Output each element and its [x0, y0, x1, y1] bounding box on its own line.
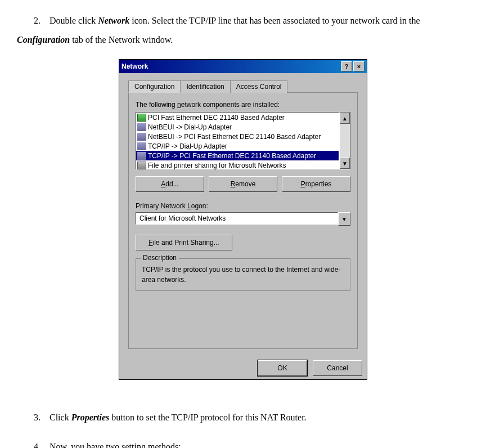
- text: tab of the Network window.: [70, 35, 173, 44]
- components-listbox[interactable]: PCI Fast Ethernet DEC 21140 Based Adapte…: [136, 112, 350, 169]
- protocol-icon: [137, 133, 146, 141]
- text: Primary Network: [136, 202, 187, 210]
- emph-network: Network: [98, 16, 129, 25]
- group-title: Description: [141, 254, 179, 262]
- mnemonic: P: [301, 180, 305, 188]
- step-text: Double click Network icon. Select the TC…: [17, 16, 420, 44]
- window-title: Network: [122, 62, 341, 70]
- description-group: Description TCP/IP is the protocol you u…: [136, 258, 350, 291]
- item-label: PCI Fast Ethernet DEC 21140 Based Adapte…: [148, 114, 285, 122]
- service-icon: [137, 162, 146, 169]
- tab-access-control[interactable]: Access Control: [230, 80, 288, 93]
- protocol-icon: [137, 152, 146, 160]
- mnemonic: R: [231, 180, 236, 188]
- emph-configuration: Configuration: [17, 35, 70, 44]
- dropdown-arrow-icon[interactable]: ▼: [338, 212, 350, 226]
- item-label: NetBEUI -> PCI Fast Ethernet DEC 21140 B…: [148, 133, 321, 141]
- mnemonic: F: [148, 239, 152, 247]
- primary-logon-dropdown[interactable]: Client for Microsoft Networks ▼: [136, 212, 350, 226]
- item-label: NetBEUI -> Dial-Up Adapter: [148, 123, 232, 131]
- mnemonic: L: [187, 202, 191, 210]
- text: Click: [50, 413, 71, 422]
- add-button[interactable]: Add...: [136, 176, 204, 192]
- close-button[interactable]: ×: [353, 61, 364, 71]
- text: dd...: [165, 180, 178, 188]
- doc-step-4: 4. Now, you have two setting methods:: [17, 437, 469, 448]
- ok-button[interactable]: OK: [258, 360, 307, 376]
- text: Double click: [50, 16, 98, 25]
- help-button[interactable]: ?: [341, 61, 352, 71]
- step-number: 4.: [34, 437, 40, 448]
- titlebar: Network ? ×: [119, 60, 367, 73]
- item-label: File and printer sharing for Microsoft N…: [148, 162, 286, 169]
- text: The following: [136, 101, 177, 109]
- item-label: TCP/IP -> PCI Fast Ethernet DEC 21140 Ba…: [148, 152, 316, 160]
- text: button to set the TCP/IP protocol for th…: [109, 413, 306, 422]
- properties-button[interactable]: Properties: [282, 176, 350, 192]
- text: etwork components are installed:: [181, 101, 280, 109]
- text: ile and Print Sharing...: [153, 239, 219, 247]
- emph-properties: Properties: [71, 413, 110, 422]
- scroll-down-button[interactable]: ▼: [340, 158, 350, 169]
- listbox-inner[interactable]: PCI Fast Ethernet DEC 21140 Based Adapte…: [136, 112, 339, 169]
- components-label: The following network components are ins…: [136, 101, 350, 109]
- scroll-up-button[interactable]: ▲: [340, 113, 350, 124]
- dropdown-value[interactable]: Client for Microsoft Networks: [136, 212, 338, 225]
- tabstrip: Configuration Identification Access Cont…: [128, 80, 358, 92]
- list-item-selected[interactable]: TCP/IP -> PCI Fast Ethernet DEC 21140 Ba…: [136, 151, 339, 160]
- cancel-button[interactable]: Cancel: [313, 360, 362, 376]
- text: icon. Select the TCP/IP line that has be…: [129, 16, 420, 25]
- step-number: 3.: [34, 408, 40, 427]
- list-item[interactable]: NetBEUI -> Dial-Up Adapter: [136, 122, 339, 132]
- adapter-icon: [137, 114, 146, 122]
- network-dialog: Network ? × Configuration Identification…: [119, 59, 367, 380]
- text: roperties: [305, 180, 332, 188]
- item-label: TCP/IP -> Dial-Up Adapter: [148, 142, 227, 150]
- primary-logon-label: Primary Network Logon:: [136, 202, 350, 210]
- dialog-buttons: OK Cancel: [119, 355, 367, 379]
- list-item[interactable]: NetBEUI -> PCI Fast Ethernet DEC 21140 B…: [136, 132, 339, 141]
- file-print-sharing-button[interactable]: File and Print Sharing...: [136, 235, 232, 250]
- scroll-track[interactable]: [340, 124, 350, 158]
- dialog-body: Configuration Identification Access Cont…: [119, 73, 367, 355]
- text: emove: [235, 180, 255, 188]
- step-number: 2.: [34, 11, 40, 30]
- tab-panel: The following network components are ins…: [128, 92, 358, 349]
- step-text: Now, you have two setting methods:: [50, 442, 181, 448]
- mnemonic: n: [177, 101, 181, 109]
- step-text: Click Properties button to set the TCP/I…: [50, 413, 307, 422]
- tab-identification[interactable]: Identification: [180, 80, 230, 93]
- protocol-icon: [137, 123, 146, 131]
- component-buttons: Add... Remove Properties: [136, 176, 350, 192]
- text: ogon:: [191, 202, 208, 210]
- titlebar-buttons: ? ×: [341, 61, 364, 71]
- tab-configuration[interactable]: Configuration: [128, 80, 181, 93]
- description-text: TCP/IP is the protocol you use to connec…: [142, 265, 344, 285]
- protocol-icon: [137, 142, 146, 150]
- doc-step-3: 3. Click Properties button to set the TC…: [17, 408, 469, 427]
- list-item[interactable]: PCI Fast Ethernet DEC 21140 Based Adapte…: [136, 113, 339, 122]
- scrollbar[interactable]: ▲ ▼: [339, 112, 350, 169]
- remove-button[interactable]: Remove: [209, 176, 277, 192]
- list-item[interactable]: TCP/IP -> Dial-Up Adapter: [136, 141, 339, 151]
- doc-step-2: 2. Double click Network icon. Select the…: [17, 11, 469, 49]
- list-item[interactable]: File and printer sharing for Microsoft N…: [136, 160, 339, 170]
